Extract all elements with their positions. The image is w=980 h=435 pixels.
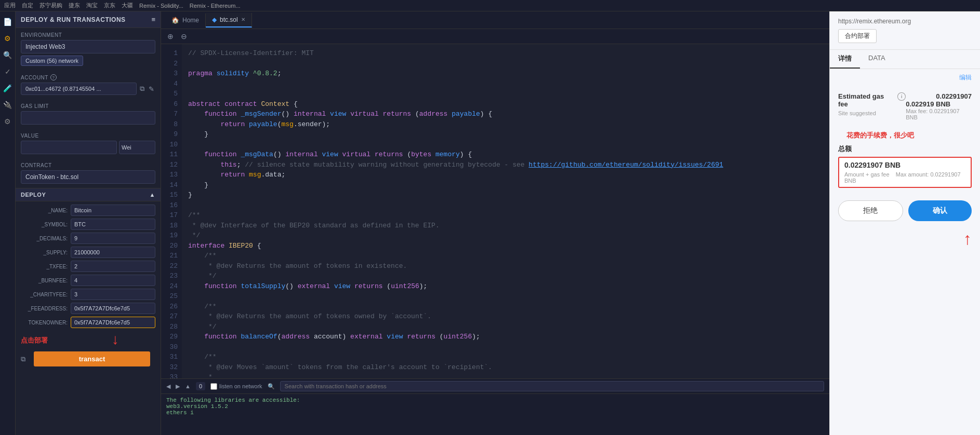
deploy-panel-title: DEPLOY & RUN TRANSACTIONS	[21, 16, 126, 23]
sidebar-icon-test[interactable]: 🧪	[2, 82, 14, 94]
topbar-item[interactable]: 大疆	[122, 2, 133, 9]
right-panel-tabs: 详情 DATA	[830, 50, 980, 69]
code-container[interactable]: 1 2 3 4 5 6 7 8 9 10 11 12 13 14 15 16 1…	[161, 44, 829, 378]
sidebar-icon-deploy[interactable]: ⚙	[2, 32, 14, 45]
environment-label: ENVIRONMENT	[21, 32, 155, 38]
field-feeaddress-label: _FEEADDRESS:	[21, 306, 68, 311]
field-txfee-label: _TXFEE:	[21, 264, 68, 269]
icon-sidebar: 📄 ⚙ 🔍 ✓ 🧪 🔌 ⚙	[0, 11, 16, 435]
home-tab-icon: 🏠	[171, 17, 179, 24]
zoom-in-btn[interactable]: ⊕	[165, 31, 176, 42]
right-panel: https://remix.ethereum.org 合约部署 详情 DATA …	[829, 11, 980, 435]
account-info-icon[interactable]: ?	[50, 74, 57, 80]
edit-link[interactable]: 编辑	[959, 74, 972, 81]
sidebar-icon-plugin[interactable]: 🔌	[2, 99, 14, 111]
listen-on-network-checkbox[interactable]	[210, 383, 217, 390]
sidebar-icon-search[interactable]: 🔍	[2, 49, 14, 61]
deploy-section-header: DEPLOY ▲	[16, 188, 161, 201]
copy-icon[interactable]: ⧉	[21, 355, 25, 363]
confirm-button[interactable]: 确认	[908, 200, 972, 221]
deploy-collapse-icon[interactable]: ▲	[150, 192, 155, 198]
bottom-arrow-up[interactable]: ▲	[185, 383, 191, 389]
sidebar-icon-files[interactable]: 📄	[2, 16, 14, 28]
listen-on-network-label[interactable]: listen on network	[210, 383, 262, 390]
unit-select[interactable]: Wei	[119, 141, 155, 154]
bottom-arrow-right[interactable]: ▶	[176, 383, 180, 390]
field-txfee-input[interactable]	[71, 261, 155, 272]
gas-main-amount: 0.02291907	[906, 92, 972, 100]
gas-section: Estimated gas fee i Site suggested 0.022…	[830, 86, 980, 131]
field-burnfee-input[interactable]	[71, 275, 155, 286]
zoom-out-btn[interactable]: ⊖	[179, 31, 189, 42]
bottom-bar: ◀ ▶ ▲ 0 listen on network 🔍	[161, 378, 829, 393]
confirm-arrow-icon: ↑	[963, 229, 972, 248]
field-charityfee-input[interactable]	[71, 289, 155, 300]
line-numbers: 1 2 3 4 5 6 7 8 9 10 11 12 13 14 15 16 1…	[161, 44, 182, 378]
btcsol-tab-close[interactable]: ✕	[241, 17, 245, 22]
code-content[interactable]: // SPDX-License-Identifier: MIT pragma s…	[182, 44, 829, 378]
topbar-item[interactable]: 捷东	[69, 2, 80, 9]
field-decimals: _DECIMALS:	[21, 233, 155, 244]
value-input[interactable]: 0	[21, 141, 117, 154]
topbar-item[interactable]: 苏宁易购	[39, 2, 62, 9]
total-label: 总额	[838, 144, 972, 154]
field-tokenowner-input[interactable]	[71, 317, 155, 328]
environment-select[interactable]: Injected Web3	[21, 40, 155, 53]
btcsol-tab-label: btc.sol	[220, 16, 238, 23]
terminal-line: ethers i	[166, 410, 824, 416]
field-symbol: _SYMBOL:	[21, 219, 155, 230]
sidebar-icon-settings[interactable]: ⚙	[2, 115, 14, 128]
gas-amount-col: 0.02291907 0.022919 BNB Max fee: 0.02291…	[906, 92, 972, 120]
contract-label: CONTRACT	[21, 162, 155, 168]
edit-account-icon[interactable]: ✎	[148, 84, 155, 94]
network-badge: Custom (56) network	[21, 56, 83, 66]
gas-limit-input[interactable]: 3000000	[21, 111, 155, 125]
btcsol-tab-icon: ◆	[212, 16, 217, 23]
account-label: ACCOUNT ?	[21, 74, 155, 80]
contract-deploy-btn[interactable]: 合约部署	[838, 29, 877, 43]
account-row: 0xc01...c4672 (0.87145504 ... ⧉ ✎	[21, 83, 155, 95]
tab-details[interactable]: 详情	[830, 50, 860, 69]
tab-home[interactable]: 🏠 Home	[165, 13, 206, 27]
bottom-arrow-left[interactable]: ◀	[166, 383, 170, 390]
topbar-item[interactable]: 京东	[104, 2, 115, 9]
topbar-item[interactable]: 淘宝	[86, 2, 98, 9]
search-icon: 🔍	[268, 383, 275, 390]
transact-button[interactable]: transact	[34, 351, 150, 366]
field-symbol-input[interactable]	[71, 219, 155, 230]
deploy-section-title: DEPLOY	[21, 192, 46, 198]
deploy-fields: _NAME: _SYMBOL: _DECIMALS: _SUPPLY: _TXF…	[16, 201, 161, 334]
value-section: VALUE 0 Wei	[16, 129, 161, 158]
gas-title: Estimated gas fee i	[838, 92, 906, 108]
tab-data[interactable]: DATA	[860, 50, 894, 69]
field-feeaddress: _FEEADDRESS:	[21, 303, 155, 314]
field-charityfee: _CHARITYFEE:	[21, 289, 155, 300]
account-select[interactable]: 0xc01...c4672 (0.87145504 ...	[21, 83, 137, 95]
copy-account-icon[interactable]: ⧉	[139, 84, 145, 94]
tab-btcsol[interactable]: ◆ btc.sol ✕	[206, 13, 252, 28]
field-name-input[interactable]	[71, 205, 155, 216]
field-feeaddress-input[interactable]	[71, 303, 155, 314]
topbar-item[interactable]: Remix - Ethereum...	[190, 3, 241, 9]
confirm-arrow-annotation: ↑	[830, 229, 980, 249]
topbar-item[interactable]: 自定	[22, 2, 33, 9]
contract-select[interactable]: CoinToken - btc.sol	[21, 170, 155, 184]
total-amount-box: 0.02291907 BNB Amount + gas fee Max amou…	[838, 157, 972, 188]
sidebar-icon-compile[interactable]: ✓	[2, 65, 14, 78]
deploy-panel: DEPLOY & RUN TRANSACTIONS ≡ ENVIRONMENT …	[16, 11, 161, 435]
field-supply-input[interactable]	[71, 247, 155, 258]
topbar-item[interactable]: Remix - Solidity...	[139, 3, 183, 9]
gas-info-icon[interactable]: i	[897, 92, 906, 101]
account-section: ACCOUNT ? 0xc01...c4672 (0.87145504 ... …	[16, 70, 161, 99]
editor-tabs: 🏠 Home ◆ btc.sol ✕	[161, 11, 829, 29]
bottom-icons: ⧉ transact	[16, 347, 161, 371]
deploy-panel-menu-icon[interactable]: ≡	[151, 16, 155, 23]
transaction-search-input[interactable]	[280, 381, 824, 391]
field-burnfee-label: _BURNFEE:	[21, 278, 68, 283]
field-decimals-input[interactable]	[71, 233, 155, 244]
topbar-item[interactable]: 应用	[4, 2, 16, 9]
reject-button[interactable]: 拒绝	[838, 200, 903, 221]
field-supply-label: _SUPPLY:	[21, 250, 68, 255]
top-bar: 应用 自定 苏宁易购 捷东 淘宝 京东 大疆 Remix - Solidity.…	[0, 0, 980, 11]
annotation-text: 花费的手续费，很少吧	[838, 127, 922, 139]
